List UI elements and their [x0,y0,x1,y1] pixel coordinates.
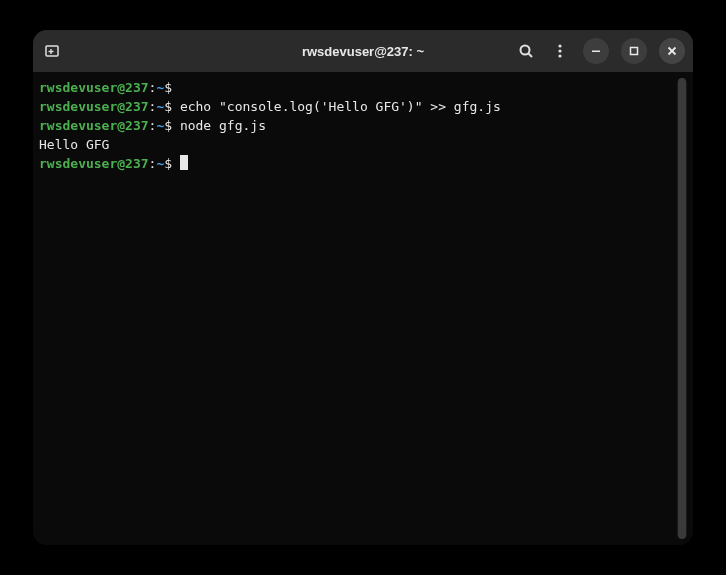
svg-rect-2 [49,51,54,52]
terminal-content[interactable]: rwsdevuser@237:~$ rwsdevuser@237:~$ echo… [39,78,677,539]
terminal-body[interactable]: rwsdevuser@237:~$ rwsdevuser@237:~$ echo… [33,72,693,545]
window-title: rwsdevuser@237: ~ [302,44,424,59]
svg-point-3 [521,46,530,55]
svg-line-4 [529,54,533,58]
terminal-prompt-line: rwsdevuser@237:~$ node gfg.js [39,116,677,135]
svg-rect-9 [631,48,638,55]
cursor [180,155,188,170]
menu-icon[interactable] [549,40,571,62]
terminal-prompt-line: rwsdevuser@237:~$ echo "console.log('Hel… [39,97,677,116]
minimize-button[interactable] [583,38,609,64]
terminal-prompt-line: rwsdevuser@237:~$ [39,78,677,97]
svg-point-6 [558,49,561,52]
svg-point-7 [558,54,561,57]
scrollbar-thumb[interactable] [678,78,686,539]
maximize-button[interactable] [621,38,647,64]
terminal-window: rwsdevuser@237: ~ [33,30,693,545]
search-icon[interactable] [515,40,537,62]
scrollbar[interactable] [677,78,687,539]
svg-point-5 [558,44,561,47]
new-tab-button[interactable] [41,40,63,62]
close-button[interactable] [659,38,685,64]
titlebar: rwsdevuser@237: ~ [33,30,693,72]
terminal-prompt-line: rwsdevuser@237:~$ [39,154,677,173]
terminal-output-line: Hello GFG [39,135,677,154]
svg-rect-8 [592,51,600,53]
